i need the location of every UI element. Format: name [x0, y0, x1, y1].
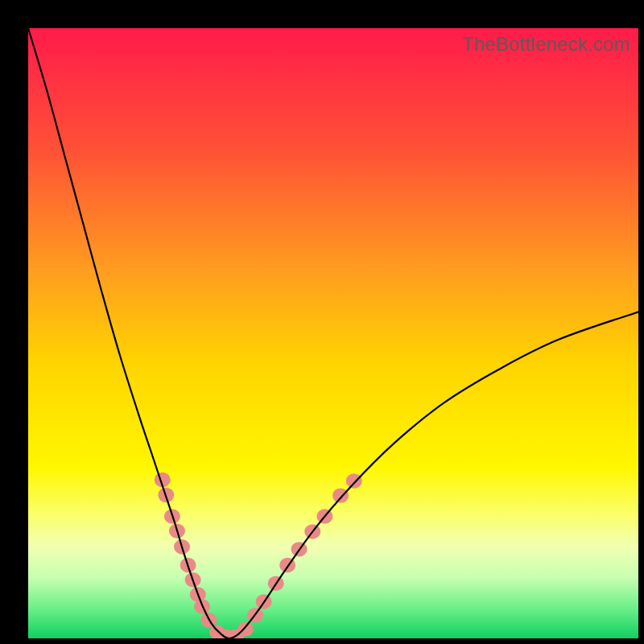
bottleneck-curve: [28, 28, 638, 638]
marker-dot: [237, 621, 254, 636]
plot-area: TheBottleneck.com: [28, 28, 638, 638]
marker-dots-group: [155, 473, 362, 638]
watermark-text: TheBottleneck.com: [462, 33, 630, 56]
marker-dot: [346, 473, 362, 488]
curve-layer: [28, 28, 638, 638]
chart-frame: TheBottleneck.com: [0, 0, 644, 644]
